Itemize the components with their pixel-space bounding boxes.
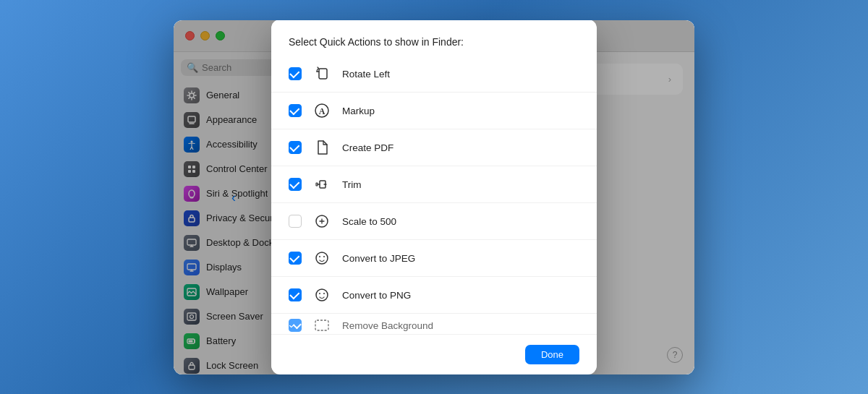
item-label-convert-png: Convert to PNG bbox=[342, 290, 411, 301]
list-item[interactable]: Rotate Left bbox=[271, 56, 597, 93]
create-pdf-icon bbox=[312, 137, 332, 158]
item-label-trim: Trim bbox=[342, 179, 362, 190]
item-label-remove-bg: Remove Background bbox=[342, 320, 433, 331]
checkbox-remove-bg bbox=[289, 319, 302, 332]
list-item[interactable]: Create PDF bbox=[271, 129, 597, 166]
svg-point-27 bbox=[319, 293, 320, 294]
done-button[interactable]: Done bbox=[525, 345, 579, 364]
list-item-partial: Remove Background bbox=[271, 314, 597, 334]
convert-png-icon bbox=[312, 285, 332, 305]
list-item[interactable]: Convert to PNG bbox=[271, 277, 597, 314]
modal-title: Select Quick Actions to show in Finder: bbox=[289, 36, 464, 48]
main-window: ‹ Extensions 🔍 General bbox=[174, 20, 694, 374]
list-item[interactable]: Convert to JPEG bbox=[271, 240, 597, 277]
quick-actions-modal: Select Quick Actions to show in Finder: bbox=[271, 20, 597, 374]
modal-footer: Done bbox=[271, 334, 597, 374]
svg-point-28 bbox=[323, 293, 325, 294]
svg-point-26 bbox=[316, 289, 328, 301]
checkbox-create-pdf[interactable] bbox=[289, 141, 302, 154]
item-label-convert-jpeg: Convert to JPEG bbox=[342, 253, 415, 264]
list-item[interactable]: A Markup bbox=[271, 93, 597, 129]
checkbox-convert-jpeg[interactable] bbox=[289, 252, 302, 265]
trim-icon bbox=[312, 174, 332, 194]
item-label-markup: Markup bbox=[342, 106, 375, 116]
modal-header: Select Quick Actions to show in Finder: bbox=[271, 20, 597, 56]
item-label-rotate-left: Rotate Left bbox=[342, 69, 390, 80]
modal-overlay: Select Quick Actions to show in Finder: bbox=[174, 20, 694, 374]
svg-point-23 bbox=[316, 252, 328, 264]
checkbox-convert-png[interactable] bbox=[289, 288, 302, 301]
svg-rect-21 bbox=[316, 183, 318, 186]
markup-icon: A bbox=[312, 100, 332, 121]
svg-point-24 bbox=[319, 256, 320, 257]
scale-500-icon bbox=[312, 211, 332, 231]
convert-jpeg-icon bbox=[312, 248, 332, 268]
list-item[interactable]: Scale to 500 bbox=[271, 203, 597, 240]
checkbox-markup[interactable] bbox=[289, 104, 302, 117]
rotate-left-icon bbox=[312, 64, 332, 84]
checkbox-trim[interactable] bbox=[289, 178, 302, 191]
checkbox-scale-500[interactable] bbox=[289, 215, 302, 228]
svg-point-25 bbox=[323, 256, 325, 257]
list-item[interactable]: Trim bbox=[271, 166, 597, 203]
modal-list: Rotate Left A Markup bbox=[271, 56, 597, 334]
item-label-create-pdf: Create PDF bbox=[342, 142, 393, 153]
svg-rect-29 bbox=[315, 320, 328, 330]
item-label-scale-500: Scale to 500 bbox=[342, 216, 396, 227]
remove-bg-icon bbox=[312, 317, 332, 333]
checkbox-rotate-left[interactable] bbox=[289, 67, 302, 80]
svg-rect-17 bbox=[319, 69, 327, 79]
svg-text:A: A bbox=[319, 106, 326, 116]
